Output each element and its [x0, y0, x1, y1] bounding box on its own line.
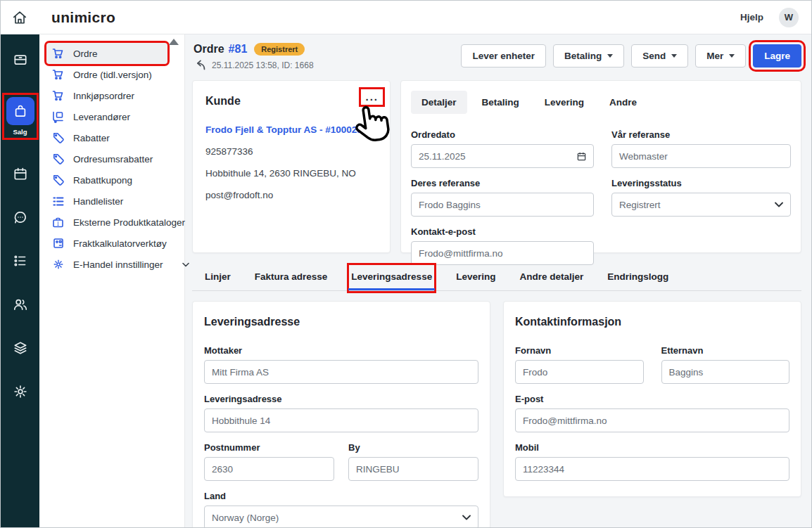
sidebar-item-ehandel-innstillinger[interactable]: E-Handel innstillinger	[46, 254, 167, 275]
tab-faktura-adresse[interactable]: Faktura adresse	[253, 266, 329, 290]
sidebar-item-eksterne-produktkataloger[interactable]: Eksterne Produktkataloger	[46, 212, 167, 233]
task-list-icon	[13, 253, 28, 269]
mottaker-label: Mottaker	[204, 345, 478, 356]
sidebar-item-ordre[interactable]: Ordre	[46, 43, 167, 64]
iconbar-item-layers[interactable]	[13, 340, 28, 356]
betaling-button[interactable]: Betaling	[553, 44, 624, 67]
action-buttons: Lever enheter Betaling Send Mer Lagre	[461, 44, 801, 67]
home-button[interactable]	[1, 10, 39, 25]
mer-button[interactable]: Mer	[695, 44, 746, 67]
calendar-icon[interactable]	[577, 152, 586, 161]
home-icon	[12, 10, 27, 25]
calendar-icon	[13, 166, 28, 181]
send-button[interactable]: Send	[631, 44, 688, 67]
gear-icon	[13, 384, 28, 399]
kontakt-epost-input[interactable]: Frodo@mittfirma.no	[411, 241, 594, 265]
lever-enheter-button[interactable]: Lever enheter	[461, 44, 546, 67]
mottaker-input[interactable]: Mitt Firma AS	[204, 360, 478, 384]
leveringsstatus-select[interactable]: Registrert	[611, 193, 791, 217]
tab-levering-sub[interactable]: Levering	[455, 266, 497, 290]
sidebar-item-label: Innkjøpsordrer	[73, 91, 134, 101]
customer-org-number: 925877336	[205, 146, 377, 157]
status-badge: Registrert	[254, 43, 305, 56]
tab-andre-detaljer[interactable]: Andre detaljer	[518, 266, 585, 290]
cart-icon	[52, 48, 64, 59]
customer-name-link[interactable]: Frodo Fjell & Topptur AS - #100028	[205, 124, 377, 135]
tab-detaljer[interactable]: Detaljer	[411, 91, 467, 114]
sidebar-item-leverandorer[interactable]: Leverandører	[46, 106, 167, 127]
iconbar-item-settings[interactable]	[13, 384, 28, 399]
lagre-button[interactable]: Lagre	[753, 44, 801, 67]
deres-referanse-input[interactable]: Frodo Baggins	[411, 193, 594, 217]
customer-menu-button[interactable]: ...	[365, 94, 379, 101]
ordredato-label: Ordredato	[411, 129, 594, 140]
tab-endringslogg[interactable]: Endringslogg	[606, 266, 670, 290]
iconbar-item-people[interactable]	[13, 297, 28, 312]
page-title: Ordre	[194, 43, 224, 56]
land-select[interactable]: Norway (Norge)	[204, 506, 478, 527]
fornavn-label: Fornavn	[515, 345, 644, 356]
sidebar-item-label: Fraktkalkulatorverktøy	[73, 238, 167, 249]
contact-card-title: Kontaktinformasjon	[515, 316, 789, 328]
leveringsadresse-label: Leveringsadresse	[204, 394, 478, 404]
etternavn-label: Etternavn	[661, 345, 790, 356]
sidebar-item-ordre-tidl-versjon[interactable]: Ordre (tidl.versjon)	[46, 64, 167, 85]
back-button[interactable]	[194, 60, 206, 70]
delivery-address-card: Leveringsadresse Mottaker Mitt Firma AS …	[192, 301, 490, 527]
leveringsadresse-input[interactable]: Hobbithule 14	[204, 408, 478, 432]
sidebar-item-rabatter[interactable]: Rabatter	[46, 127, 167, 148]
sidebar-item-fraktkalkulatorverktoy[interactable]: Fraktkalkulatorverktøy	[46, 233, 167, 254]
tab-levering[interactable]: Levering	[534, 91, 595, 114]
epost-input[interactable]: Frodo@mittfirma.no	[515, 408, 789, 432]
cart-icon	[52, 69, 64, 80]
brand-logo: unimicro	[51, 9, 115, 26]
shopping-bag-icon	[13, 103, 28, 119]
fornavn-input[interactable]: Frodo	[515, 360, 644, 384]
etternavn-input[interactable]: Baggins	[661, 360, 790, 384]
customer-email: post@frodoft.no	[205, 190, 377, 200]
postnummer-input[interactable]: 2630	[204, 457, 334, 481]
by-input[interactable]: RINGEBU	[348, 457, 478, 481]
sidebar-item-handlelister[interactable]: Handlelister	[46, 191, 167, 212]
sidebar-item-ordresumsrabatter[interactable]: Ordresumsrabatter	[46, 148, 167, 169]
sidebar-item-rabattkupong[interactable]: Rabattkupong	[46, 169, 167, 191]
caret-down-icon	[607, 54, 613, 58]
tab-betaling[interactable]: Betaling	[471, 91, 530, 114]
var-referanse-input[interactable]: Webmaster	[611, 144, 791, 168]
order-meta: 25.11.2025 13:58, ID: 1668	[212, 60, 314, 70]
salg-tile[interactable]	[6, 97, 34, 125]
iconbar: Salg	[1, 34, 39, 527]
sidebar-item-innkjopsordrer[interactable]: Innkjøpsordrer	[46, 85, 167, 106]
caret-down-icon	[671, 54, 677, 58]
deres-referanse-label: Deres referanse	[411, 178, 594, 188]
salg-label: Salg	[13, 128, 27, 136]
chat-icon	[13, 210, 28, 225]
tab-leveringsadresse[interactable]: Leveringsadresse	[350, 266, 433, 290]
tag-icon	[52, 153, 64, 165]
iconbar-item-calendar[interactable]	[13, 166, 28, 181]
briefcase-icon	[52, 217, 64, 228]
app-window: unimicro Hjelp W Salg	[0, 0, 812, 528]
cart-icon	[52, 90, 64, 101]
tab-linjer[interactable]: Linjer	[203, 266, 232, 290]
avatar[interactable]: W	[779, 8, 799, 27]
order-number: #81	[229, 43, 248, 56]
epost-label: E-post	[515, 394, 789, 404]
tab-andre[interactable]: Andre	[599, 91, 647, 114]
hand-truck-icon	[52, 111, 64, 123]
calculator-icon	[52, 238, 64, 249]
iconbar-item-salg[interactable]: Salg	[4, 95, 37, 138]
customer-address: Hobbithule 14, 2630 RINGEBU, NO	[205, 168, 377, 179]
page-header: Ordre #81 Registrert 25.11.2025 13:58, I…	[185, 34, 811, 70]
chevron-down-icon	[462, 515, 471, 520]
list-icon	[52, 196, 64, 207]
help-link[interactable]: Hjelp	[740, 12, 763, 22]
iconbar-item-chat[interactable]	[13, 210, 28, 225]
leveringsstatus-label: Leveringsstatus	[611, 178, 791, 188]
iconbar-item-tasks[interactable]	[13, 253, 28, 269]
mobil-input[interactable]: 11223344	[515, 457, 789, 481]
ordredato-input[interactable]: 25.11.2025	[411, 144, 594, 168]
menu-collapse-button[interactable]	[169, 39, 179, 45]
iconbar-item-drawer[interactable]	[13, 51, 28, 67]
postnummer-label: Postnummer	[204, 442, 334, 453]
